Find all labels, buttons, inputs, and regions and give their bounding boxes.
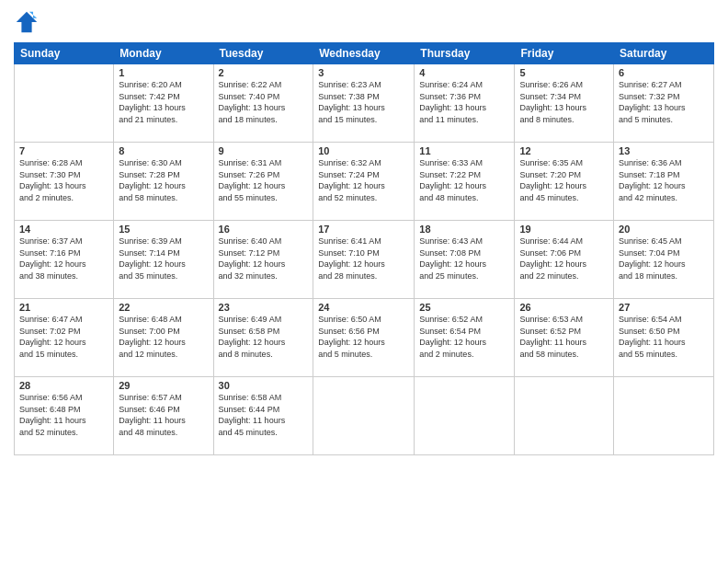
calendar-cell: 27Sunrise: 6:54 AM Sunset: 6:50 PM Dayli… <box>614 299 714 377</box>
day-info: Sunrise: 6:40 AM Sunset: 7:12 PM Dayligh… <box>219 236 309 282</box>
calendar-cell: 30Sunrise: 6:58 AM Sunset: 6:44 PM Dayli… <box>213 377 313 455</box>
day-number: 21 <box>19 302 108 313</box>
day-info: Sunrise: 6:26 AM Sunset: 7:34 PM Dayligh… <box>519 79 609 125</box>
calendar-cell <box>15 64 114 143</box>
calendar-cell <box>313 377 415 455</box>
day-number: 20 <box>619 224 709 235</box>
weekday-header: Monday <box>114 43 213 64</box>
day-info: Sunrise: 6:31 AM Sunset: 7:26 PM Dayligh… <box>219 157 309 203</box>
calendar-cell: 23Sunrise: 6:49 AM Sunset: 6:58 PM Dayli… <box>213 299 313 377</box>
day-info: Sunrise: 6:45 AM Sunset: 7:04 PM Dayligh… <box>619 236 709 282</box>
calendar-cell: 6Sunrise: 6:27 AM Sunset: 7:32 PM Daylig… <box>614 64 714 143</box>
calendar-cell <box>614 377 714 455</box>
calendar-cell: 1Sunrise: 6:20 AM Sunset: 7:42 PM Daylig… <box>114 64 213 143</box>
calendar-cell: 21Sunrise: 6:47 AM Sunset: 7:02 PM Dayli… <box>15 299 114 377</box>
weekday-header: Saturday <box>614 43 714 64</box>
day-info: Sunrise: 6:41 AM Sunset: 7:10 PM Dayligh… <box>318 236 409 282</box>
calendar-cell: 15Sunrise: 6:39 AM Sunset: 7:14 PM Dayli… <box>114 221 213 299</box>
calendar-cell: 25Sunrise: 6:52 AM Sunset: 6:54 PM Dayli… <box>415 299 515 377</box>
calendar-cell: 7Sunrise: 6:28 AM Sunset: 7:30 PM Daylig… <box>15 143 114 221</box>
weekday-header: Thursday <box>415 43 515 64</box>
calendar-cell: 26Sunrise: 6:53 AM Sunset: 6:52 PM Dayli… <box>515 299 614 377</box>
day-number: 4 <box>419 67 509 78</box>
day-info: Sunrise: 6:43 AM Sunset: 7:08 PM Dayligh… <box>419 236 509 282</box>
day-info: Sunrise: 6:39 AM Sunset: 7:14 PM Dayligh… <box>119 236 208 282</box>
day-info: Sunrise: 6:22 AM Sunset: 7:40 PM Dayligh… <box>219 79 309 125</box>
day-number: 5 <box>519 67 609 78</box>
weekday-header: Tuesday <box>213 43 313 64</box>
day-number: 6 <box>619 67 709 78</box>
day-info: Sunrise: 6:28 AM Sunset: 7:30 PM Dayligh… <box>19 157 108 203</box>
calendar-cell: 29Sunrise: 6:57 AM Sunset: 6:46 PM Dayli… <box>114 377 213 455</box>
day-number: 9 <box>219 145 309 156</box>
day-info: Sunrise: 6:27 AM Sunset: 7:32 PM Dayligh… <box>619 79 709 125</box>
calendar-cell: 18Sunrise: 6:43 AM Sunset: 7:08 PM Dayli… <box>415 221 515 299</box>
day-number: 14 <box>19 224 108 235</box>
day-number: 27 <box>619 302 709 313</box>
calendar-cell: 4Sunrise: 6:24 AM Sunset: 7:36 PM Daylig… <box>415 64 515 143</box>
calendar-cell: 11Sunrise: 6:33 AM Sunset: 7:22 PM Dayli… <box>415 143 515 221</box>
day-info: Sunrise: 6:37 AM Sunset: 7:16 PM Dayligh… <box>19 236 108 282</box>
day-number: 29 <box>119 380 208 391</box>
day-info: Sunrise: 6:32 AM Sunset: 7:24 PM Dayligh… <box>318 157 409 203</box>
calendar-cell: 20Sunrise: 6:45 AM Sunset: 7:04 PM Dayli… <box>614 221 714 299</box>
calendar-cell: 8Sunrise: 6:30 AM Sunset: 7:28 PM Daylig… <box>114 143 213 221</box>
calendar-cell: 19Sunrise: 6:44 AM Sunset: 7:06 PM Dayli… <box>515 221 614 299</box>
day-info: Sunrise: 6:33 AM Sunset: 7:22 PM Dayligh… <box>419 157 509 203</box>
calendar-cell <box>415 377 515 455</box>
day-number: 3 <box>318 67 409 78</box>
day-info: Sunrise: 6:23 AM Sunset: 7:38 PM Dayligh… <box>318 79 409 125</box>
day-info: Sunrise: 6:56 AM Sunset: 6:48 PM Dayligh… <box>19 392 108 438</box>
day-info: Sunrise: 6:53 AM Sunset: 6:52 PM Dayligh… <box>519 314 609 360</box>
day-number: 15 <box>119 224 208 235</box>
calendar-cell: 22Sunrise: 6:48 AM Sunset: 7:00 PM Dayli… <box>114 299 213 377</box>
logo-icon <box>14 9 40 35</box>
day-info: Sunrise: 6:54 AM Sunset: 6:50 PM Dayligh… <box>619 314 709 360</box>
calendar-cell: 24Sunrise: 6:50 AM Sunset: 6:56 PM Dayli… <box>313 299 415 377</box>
page: SundayMondayTuesdayWednesdayThursdayFrid… <box>0 0 728 563</box>
day-info: Sunrise: 6:20 AM Sunset: 7:42 PM Dayligh… <box>119 79 208 125</box>
day-number: 13 <box>619 145 709 156</box>
day-number: 16 <box>219 224 309 235</box>
calendar-cell: 9Sunrise: 6:31 AM Sunset: 7:26 PM Daylig… <box>213 143 313 221</box>
day-number: 22 <box>119 302 208 313</box>
weekday-header: Friday <box>515 43 614 64</box>
day-info: Sunrise: 6:49 AM Sunset: 6:58 PM Dayligh… <box>219 314 309 360</box>
day-number: 26 <box>519 302 609 313</box>
day-info: Sunrise: 6:24 AM Sunset: 7:36 PM Dayligh… <box>419 79 509 125</box>
day-number: 8 <box>119 145 208 156</box>
weekday-header: Wednesday <box>313 43 415 64</box>
day-info: Sunrise: 6:30 AM Sunset: 7:28 PM Dayligh… <box>119 157 208 203</box>
day-info: Sunrise: 6:36 AM Sunset: 7:18 PM Dayligh… <box>619 157 709 203</box>
day-info: Sunrise: 6:44 AM Sunset: 7:06 PM Dayligh… <box>519 236 609 282</box>
day-number: 1 <box>119 67 208 78</box>
calendar-cell: 2Sunrise: 6:22 AM Sunset: 7:40 PM Daylig… <box>213 64 313 143</box>
day-number: 7 <box>19 145 108 156</box>
day-number: 30 <box>219 380 309 391</box>
day-number: 23 <box>219 302 309 313</box>
calendar-cell: 17Sunrise: 6:41 AM Sunset: 7:10 PM Dayli… <box>313 221 415 299</box>
day-number: 17 <box>318 224 409 235</box>
calendar-table: SundayMondayTuesdayWednesdayThursdayFrid… <box>14 42 714 455</box>
calendar-cell: 13Sunrise: 6:36 AM Sunset: 7:18 PM Dayli… <box>614 143 714 221</box>
day-info: Sunrise: 6:52 AM Sunset: 6:54 PM Dayligh… <box>419 314 509 360</box>
day-info: Sunrise: 6:48 AM Sunset: 7:00 PM Dayligh… <box>119 314 208 360</box>
logo <box>14 9 41 35</box>
day-number: 10 <box>318 145 409 156</box>
weekday-header: Sunday <box>15 43 114 64</box>
calendar-cell: 5Sunrise: 6:26 AM Sunset: 7:34 PM Daylig… <box>515 64 614 143</box>
calendar-cell: 3Sunrise: 6:23 AM Sunset: 7:38 PM Daylig… <box>313 64 415 143</box>
calendar-cell: 16Sunrise: 6:40 AM Sunset: 7:12 PM Dayli… <box>213 221 313 299</box>
day-info: Sunrise: 6:47 AM Sunset: 7:02 PM Dayligh… <box>19 314 108 360</box>
day-number: 24 <box>318 302 409 313</box>
day-number: 25 <box>419 302 509 313</box>
svg-marker-0 <box>17 12 37 32</box>
calendar-cell: 28Sunrise: 6:56 AM Sunset: 6:48 PM Dayli… <box>15 377 114 455</box>
day-info: Sunrise: 6:35 AM Sunset: 7:20 PM Dayligh… <box>519 157 609 203</box>
calendar-cell <box>515 377 614 455</box>
day-info: Sunrise: 6:50 AM Sunset: 6:56 PM Dayligh… <box>318 314 409 360</box>
day-number: 11 <box>419 145 509 156</box>
day-info: Sunrise: 6:58 AM Sunset: 6:44 PM Dayligh… <box>219 392 309 438</box>
day-number: 28 <box>19 380 108 391</box>
day-number: 19 <box>519 224 609 235</box>
